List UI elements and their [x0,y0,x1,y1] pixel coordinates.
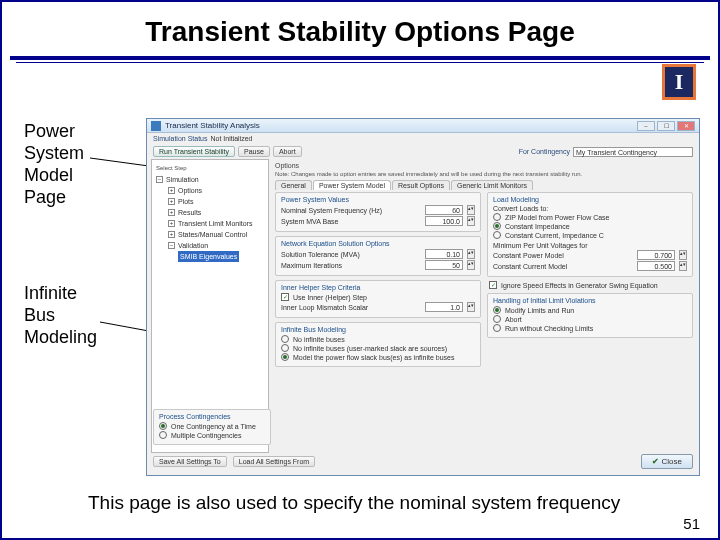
radio-no-infbus[interactable] [281,335,289,343]
tree-simulation[interactable]: Simulation [166,174,199,185]
load-convert-label: Convert Loads to: [493,205,687,212]
spinner-icon[interactable]: ▴▾ [467,249,475,259]
expand-icon[interactable]: + [168,231,175,238]
tab-general[interactable]: General [275,180,312,190]
tol-field[interactable]: 0.10 [425,249,463,259]
logo: I [662,64,696,100]
cp-label: Constant Power Model [493,252,564,259]
group-title: Network Equation Solution Options [281,240,475,247]
tree-limit-monitors[interactable]: Transient Limit Monitors [178,218,252,229]
cp-field[interactable]: 0.700 [637,250,675,260]
expand-icon[interactable]: + [168,187,175,194]
expand-icon[interactable]: + [168,209,175,216]
minvolt-label: Minimum Per Unit Voltages for [493,242,687,249]
tree-plots[interactable]: Plots [178,196,194,207]
ignore-speed-label: Ignore Speed Effects in Generator Swing … [501,282,658,289]
scalar-label: Inner Loop Mismatch Scalar [281,304,368,311]
checkbox-use-helper[interactable]: ✓ [281,293,289,301]
group-title: Power System Values [281,196,475,203]
radio-multiple-contingencies[interactable] [159,431,167,439]
proc-opt1: One Contingency at a Time [171,423,256,430]
limits-opt1: Modify Limits and Run [505,307,574,314]
tree-validation[interactable]: Validation [178,240,208,251]
page-title: Transient Stability Options Page [2,2,718,56]
radio-abort-limits[interactable] [493,315,501,323]
group-infinite-bus: Infinite Bus Modeling No infinite buses … [275,322,481,367]
freq-field[interactable]: 60 [425,205,463,215]
expand-icon[interactable]: – [168,242,175,249]
divider-thin [16,62,704,63]
note-text: Note: Changes made to option entries are… [275,171,693,177]
spinner-icon[interactable]: ▴▾ [679,261,687,271]
maxiter-field[interactable]: 50 [425,260,463,270]
cc-label: Constant Current Model [493,263,567,270]
scalar-field[interactable]: 1.0 [425,302,463,312]
radio-modify-limits[interactable] [493,306,501,314]
tab-generic-limit[interactable]: Generic Limit Monitors [451,180,533,190]
caption-power-system-model: Power System Model Page [24,120,84,208]
abort-button[interactable]: Abort [273,146,302,157]
spinner-icon[interactable]: ▴▾ [467,216,475,226]
maximize-button[interactable]: ☐ [657,121,675,131]
group-helper-step: Inner Helper Step Criteria ✓ Use Inner (… [275,280,481,318]
mva-label: System MVA Base [281,218,338,225]
app-icon [151,121,161,131]
load-opt2: ZIP Model from Power Flow Case [505,214,610,221]
checkbox-ignore-speed[interactable]: ✓ [489,281,497,289]
contingency-select[interactable]: My Transient Contingency [573,147,693,157]
minimize-button[interactable]: – [637,121,655,131]
mva-field[interactable]: 100.0 [425,216,463,226]
caption-line: Model [24,164,84,186]
load-settings-button[interactable]: Load All Settings From [233,456,315,467]
options-pane: Options Note: Changes made to option ent… [269,159,699,453]
group-title: Load Modeling [493,196,687,203]
radio-const-cur[interactable] [493,231,501,239]
tol-label: Solution Tolerance (MVA) [281,251,360,258]
group-power-system-values: Power System Values Nominal System Frequ… [275,192,481,232]
caption-infinite-bus: Infinite Bus Modeling [24,282,97,348]
tree-results[interactable]: Results [178,207,201,218]
maxiter-label: Maximum Iterations [281,262,342,269]
caption-line: Bus [24,304,97,326]
caption-line: Modeling [24,326,97,348]
caption-line: Page [24,186,84,208]
tab-power-system-model[interactable]: Power System Model [313,180,391,190]
radio-const-imp[interactable] [493,222,501,230]
group-load-modeling: Load Modeling Convert Loads to: ZIP Mode… [487,192,693,277]
transient-stability-dialog: Transient Stability Analysis – ☐ ✕ Simul… [146,118,700,476]
group-title: Inner Helper Step Criteria [281,284,475,291]
radio-run-no-check[interactable] [493,324,501,332]
pause-button[interactable]: Pause [238,146,270,157]
tree-options[interactable]: Options [178,185,202,196]
limits-opt2: Abort [505,316,522,323]
close-button[interactable]: ✕ [677,121,695,131]
spinner-icon[interactable]: ▴▾ [467,205,475,215]
status-value: Not Initialized [210,135,252,142]
tab-result-options[interactable]: Result Options [392,180,450,190]
tree-states[interactable]: States/Manual Control [178,229,247,240]
caption-line: Infinite [24,282,97,304]
infbus-opt3: Model the power flow slack bus(es) as in… [293,354,454,361]
contingency-label: For Contingency [519,148,570,155]
expand-icon[interactable]: + [168,220,175,227]
radio-one-contingency[interactable] [159,422,167,430]
group-title: Process Contingencies [159,413,265,420]
tree-smib[interactable]: SMIB Eigenvalues [178,251,239,262]
save-settings-button[interactable]: Save All Settings To [153,456,227,467]
spinner-icon[interactable]: ▴▾ [467,260,475,270]
close-dialog-button[interactable]: ✔ Close [641,454,693,469]
run-button[interactable]: Run Transient Stability [153,146,235,157]
radio-zip[interactable] [493,213,501,221]
titlebar[interactable]: Transient Stability Analysis – ☐ ✕ [147,119,699,133]
spinner-icon[interactable]: ▴▾ [679,250,687,260]
expand-icon[interactable]: + [168,198,175,205]
close-label: Close [662,457,682,466]
cc-field[interactable]: 0.500 [637,261,675,271]
divider-thick [10,56,710,60]
infbus-opt2: No infinite buses (user-marked slack are… [293,345,447,352]
radio-model-slack[interactable] [281,353,289,361]
radio-no-infbus-marked[interactable] [281,344,289,352]
expand-icon[interactable]: – [156,176,163,183]
spinner-icon[interactable]: ▴▾ [467,302,475,312]
proc-opt2: Multiple Contingencies [171,432,241,439]
